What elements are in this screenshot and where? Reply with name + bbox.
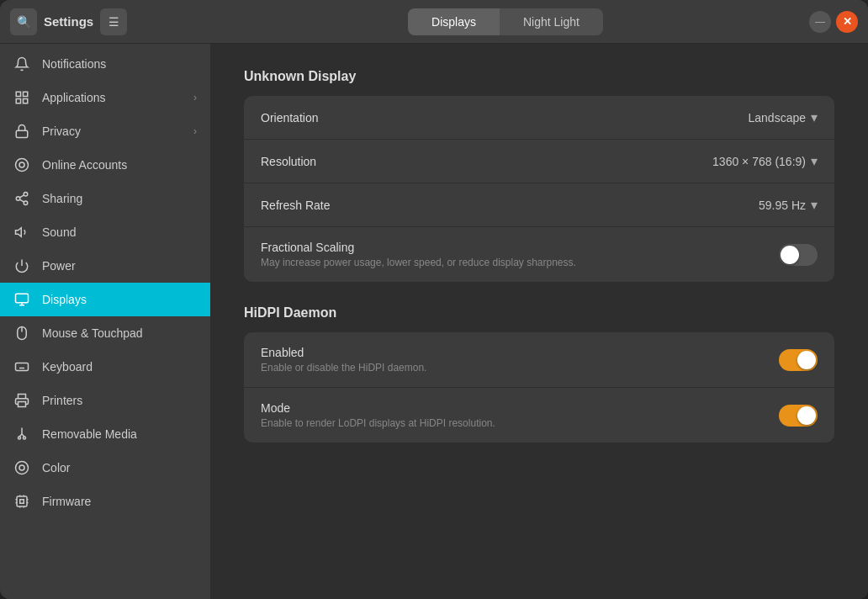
color-icon: [13, 459, 30, 476]
sidebar-item-label-applications: Applications: [42, 91, 182, 104]
sidebar-item-sound[interactable]: Sound: [0, 215, 210, 249]
minimize-icon: —: [815, 16, 825, 28]
resolution-dropdown-arrow: ▾: [811, 153, 818, 169]
hidpi-enabled-label-wrap: Enabled Enable or disable the HiDPI daem…: [261, 346, 779, 374]
hidpi-mode-control: [779, 405, 818, 427]
svg-point-8: [16, 197, 20, 201]
sidebar-item-displays[interactable]: Displays: [0, 283, 210, 316]
sidebar-item-color[interactable]: Color: [0, 451, 210, 485]
menu-icon: ☰: [108, 15, 119, 29]
refresh-rate-dropdown-arrow: ▾: [811, 197, 818, 213]
fractional-scaling-label: Fractional Scaling: [261, 241, 779, 254]
apps-icon: [13, 89, 30, 106]
power-icon: [13, 257, 30, 274]
hidpi-enabled-control: [779, 349, 818, 371]
sidebar-item-removable-media[interactable]: Removable Media: [0, 417, 210, 451]
sidebar-item-notifications[interactable]: Notifications: [0, 47, 210, 81]
sidebar-item-label-keyboard: Keyboard: [42, 360, 197, 374]
sidebar-item-printers[interactable]: Printers: [0, 384, 210, 417]
svg-line-11: [19, 195, 24, 198]
svg-point-28: [24, 437, 26, 439]
chevron-right-icon-2: ›: [193, 125, 197, 137]
fractional-scaling-toggle[interactable]: [779, 244, 818, 266]
sidebar-item-firmware[interactable]: Firmware: [0, 485, 210, 518]
sidebar-item-mouse-touchpad[interactable]: Mouse & Touchpad: [0, 316, 210, 350]
unknown-display-title: Unknown Display: [244, 69, 834, 84]
sidebar-item-label-mouse: Mouse & Touchpad: [42, 326, 197, 340]
fractional-scaling-toggle-knob: [781, 246, 799, 264]
search-icon: 🔍: [17, 15, 31, 29]
tab-displays[interactable]: Displays: [408, 8, 500, 35]
sidebar-item-label-printers: Printers: [42, 394, 197, 407]
sidebar-item-keyboard[interactable]: Keyboard: [0, 350, 210, 384]
svg-point-5: [16, 159, 29, 172]
sidebar-item-label-online-accounts: Online Accounts: [42, 158, 197, 172]
sidebar-item-privacy[interactable]: Privacy ›: [0, 114, 210, 148]
resolution-value: 1360 × 768 (16:9): [712, 155, 806, 168]
display-icon: [13, 291, 30, 308]
refresh-rate-value: 59.95 Hz: [759, 199, 806, 212]
refresh-rate-control: 59.95 Hz ▾: [759, 197, 818, 213]
lock-icon: [13, 123, 30, 140]
sidebar-item-sharing[interactable]: Sharing: [0, 182, 210, 215]
sidebar-item-online-accounts[interactable]: Online Accounts: [0, 148, 210, 182]
titlebar-left: 🔍 Settings ☰: [10, 8, 220, 35]
resolution-label-wrap: Resolution: [261, 155, 712, 168]
menu-button[interactable]: ☰: [100, 8, 127, 35]
svg-rect-25: [19, 402, 26, 407]
unknown-display-group: Orientation Landscape ▾ Resolution: [244, 96, 834, 282]
mouse-icon: [13, 325, 30, 342]
orientation-dropdown-arrow: ▾: [811, 109, 818, 125]
hidpi-mode-row: Mode Enable to render LoDPI displays at …: [244, 388, 834, 443]
share-icon: [13, 190, 30, 207]
svg-rect-0: [16, 92, 20, 96]
firmware-icon: [13, 493, 30, 510]
hidpi-mode-label-wrap: Mode Enable to render LoDPI displays at …: [261, 401, 779, 429]
hidpi-enabled-label: Enabled: [261, 346, 779, 359]
svg-rect-2: [16, 99, 20, 103]
hidpi-enabled-row: Enabled Enable or disable the HiDPI daem…: [244, 332, 834, 388]
orientation-dropdown[interactable]: Landscape ▾: [748, 109, 818, 125]
hidpi-mode-toggle-knob: [797, 406, 816, 425]
keyboard-icon: [13, 358, 30, 375]
sidebar: Notifications Applications › Privacy ›: [0, 44, 210, 599]
main-layout: Notifications Applications › Privacy ›: [0, 44, 868, 599]
minimize-button[interactable]: —: [809, 11, 831, 33]
fractional-scaling-row: Fractional Scaling May increase power us…: [244, 227, 834, 282]
svg-point-27: [19, 437, 21, 439]
resolution-dropdown[interactable]: 1360 × 768 (16:9) ▾: [712, 153, 818, 169]
close-button[interactable]: ✕: [836, 11, 858, 33]
refresh-rate-row: Refresh Rate 59.95 Hz ▾: [244, 183, 834, 227]
svg-marker-12: [16, 228, 22, 237]
svg-rect-14: [16, 294, 29, 303]
svg-line-10: [19, 199, 24, 202]
svg-rect-1: [24, 92, 28, 96]
sidebar-item-label-displays: Displays: [42, 293, 197, 306]
hidpi-daemon-group: Enabled Enable or disable the HiDPI daem…: [244, 332, 834, 443]
search-button[interactable]: 🔍: [10, 8, 37, 35]
hidpi-mode-toggle[interactable]: [779, 405, 818, 427]
svg-point-9: [24, 201, 28, 205]
sidebar-item-label-power: Power: [42, 259, 197, 273]
refresh-rate-dropdown[interactable]: 59.95 Hz ▾: [759, 197, 818, 213]
online-accounts-icon: [13, 156, 30, 173]
resolution-label: Resolution: [261, 155, 712, 168]
sidebar-item-label-firmware: Firmware: [42, 495, 197, 508]
svg-point-7: [24, 193, 28, 197]
sidebar-item-applications[interactable]: Applications ›: [0, 81, 210, 114]
orientation-value: Landscape: [748, 111, 806, 125]
settings-window: 🔍 Settings ☰ Displays Night Light — ✕: [0, 0, 868, 599]
svg-point-6: [19, 162, 24, 167]
sidebar-item-power[interactable]: Power: [0, 249, 210, 283]
hidpi-enabled-toggle[interactable]: [779, 349, 818, 371]
tab-night-light[interactable]: Night Light: [500, 8, 603, 35]
tab-bar: Displays Night Light: [220, 8, 791, 35]
hidpi-daemon-title: HiDPI Daemon: [244, 305, 834, 321]
chevron-right-icon: ›: [193, 92, 197, 103]
resolution-control: 1360 × 768 (16:9) ▾: [712, 153, 818, 169]
svg-rect-31: [17, 496, 27, 506]
printer-icon: [13, 392, 30, 409]
usb-icon: [13, 426, 30, 443]
hidpi-mode-label: Mode: [261, 401, 779, 415]
hidpi-enabled-toggle-knob: [797, 351, 816, 369]
